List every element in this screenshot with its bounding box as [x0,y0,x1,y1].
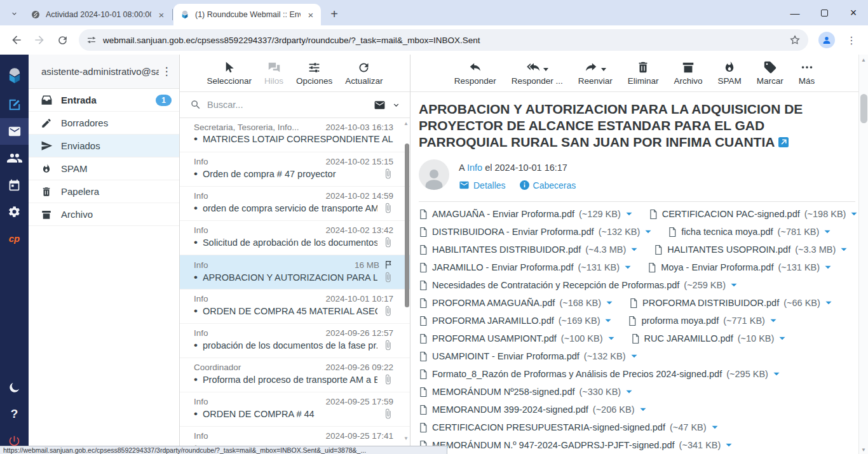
attachment-item[interactable]: MEMORANDUM 399-2024-signed.pdf (~206 KB) [419,404,646,415]
spam-button[interactable]: SPAM [718,60,742,86]
search-input[interactable] [207,100,368,110]
attachment-menu-caret[interactable] [626,389,632,395]
folder-item-archivo[interactable]: Archivo [29,203,179,226]
attachment-menu-caret[interactable] [731,282,737,288]
attachment-item[interactable]: AMAGUAÑA - Enviar Proforma.pdf (~129 KB) [419,209,632,220]
calendar-icon[interactable] [0,171,29,198]
scroll-down-icon[interactable]: ▼ [859,447,868,453]
message-row[interactable]: Info 2024-10-01 10:17 • ORDEN DE COMPRA … [180,290,410,324]
attachment-menu-caret[interactable] [631,246,637,253]
browser-tab-activity[interactable]: Actividad 2024-10-01 08:00:00 × [24,4,172,25]
threads-button[interactable]: Hilos [264,61,283,86]
refresh-button[interactable]: Actualizar [345,61,383,86]
attachment-item[interactable]: HABILITANTES DISTRIBUIDOR.pdf (~4.3 MB) [419,244,637,255]
message-row[interactable]: Info 2024-10-02 13:42 • Solicitud de apr… [180,221,410,255]
settings-gear-icon[interactable] [0,198,29,225]
folder-item-spam[interactable]: SPAM [29,157,179,180]
attachment-menu-caret[interactable] [631,353,637,359]
attachment-item[interactable]: RUC JARAMILLO.pdf (~10 KB) [631,333,786,344]
attachment-item[interactable]: JARAMILLO - Enviar Proforma.pdf (~131 KB… [419,262,631,273]
message-row[interactable]: Secretaria, Tesoreria, Info... 2024-10-0… [180,118,410,152]
scroll-up-icon[interactable]: ▲ [859,55,868,63]
forward-dropdown-caret[interactable] [601,68,606,71]
close-window-button[interactable]: × [839,0,868,25]
attachment-item[interactable]: Moya - Enviar Proforma.pdf (~131 KB) [648,262,831,273]
scrollbar-thumb[interactable] [860,94,867,123]
attachment-item[interactable]: ficha tecnica moya.pdf (~781 KB) [668,227,831,237]
headers-toggle[interactable]: Cabeceras [520,180,576,190]
cpanel-icon[interactable]: cp [0,225,29,251]
attachment-menu-caret[interactable] [625,264,631,270]
attachment-item[interactable]: DISTRIBUIDORA - Enviar Proforma.pdf (~13… [419,227,651,237]
folder-item-borradores[interactable]: Borradores [29,112,179,135]
recipient-link[interactable]: Info [467,163,482,173]
search-options-chevron-icon[interactable] [391,100,401,110]
forward-button[interactable] [29,30,50,50]
close-tab-icon[interactable]: × [306,10,316,20]
attachment-menu-caret[interactable] [851,211,857,217]
external-link-icon[interactable] [778,135,789,151]
folder-menu-kebab-icon[interactable]: ⋮ [159,65,174,78]
reply-all-dropdown-caret[interactable] [543,68,548,71]
mail-nav-icon[interactable] [0,118,29,145]
attachment-menu-caret[interactable] [640,406,646,413]
attachment-menu-caret[interactable] [825,264,831,270]
attachment-item[interactable]: PROFORMA DISTRIBUIDOR.pdf (~66 KB) [629,298,832,309]
folder-item-entrada[interactable]: Entrada 1 [29,89,179,112]
message-row[interactable]: Info 2024-09-25 17:59 • ORDEN DE COMPRA … [180,392,410,427]
attachment-menu-caret[interactable] [606,300,613,306]
compose-icon[interactable] [0,91,29,118]
back-button[interactable] [6,30,27,50]
list-scroll-up-icon[interactable]: ▲ [403,121,409,126]
attachment-menu-caret[interactable] [824,229,831,235]
attachment-item[interactable]: Formato_8_Razón de Proformas y Análisis … [419,369,780,380]
list-scrollbar-thumb[interactable] [405,144,409,307]
archive-button[interactable]: Archivo [674,60,703,86]
attachment-item[interactable]: HALITANTES USOPROIN.pdf (~3.3 MB) [654,244,847,255]
close-tab-icon[interactable]: × [156,10,166,20]
reply-all-button[interactable]: Responder ... [512,60,563,86]
bookmark-star-icon[interactable] [789,34,801,46]
message-row[interactable]: Info 16 MB • APROBACION Y AUTORIZACION P… [180,255,410,290]
minimize-button[interactable]: — [780,0,810,25]
main-scrollbar[interactable]: ▲ ▼ [858,55,868,454]
reply-button[interactable]: Responder [454,60,496,86]
attachment-item[interactable]: proforma moya.pdf (~771 KB) [628,316,776,326]
attachment-item[interactable]: PROFORMA USAMPIONT.pdf (~100 KB) [419,333,614,344]
address-bar[interactable]: webmail.sanjuan.gob.ec/cpsess8592294337/… [79,29,808,51]
attachment-menu-caret[interactable] [770,317,776,324]
message-row[interactable]: Info 2024-09-26 12:57 • probación de los… [180,324,410,358]
attachment-menu-caret[interactable] [841,246,847,253]
attachment-menu-caret[interactable] [605,317,611,324]
attachment-menu-caret[interactable] [726,442,732,448]
new-tab-button[interactable]: + [326,6,342,22]
browser-tab-roundcube[interactable]: (1) Roundcube Webmail :: Envia × [173,4,321,25]
attachment-item[interactable]: Necesidades de Contratación y Recepción … [419,280,737,291]
tab-strip-chevron-icon[interactable] [5,4,23,22]
mark-button[interactable]: Marcar [757,60,783,86]
message-row[interactable]: Info 2024-10-02 15:15 • Orden de compra … [180,152,410,187]
reload-button[interactable] [52,30,72,50]
forward-button[interactable]: Reenviar [578,60,613,86]
help-icon[interactable]: ? [0,401,29,427]
restore-button[interactable] [810,0,839,25]
profile-avatar[interactable] [818,32,835,48]
browser-menu-icon[interactable]: ⋮ [841,30,862,50]
attachment-menu-caret[interactable] [608,335,614,342]
attachment-item[interactable]: MEMORÁNDUM Nº258-signed.pdf (~330 KB) [419,387,632,397]
attachment-item[interactable]: USAMPIOINT - Enviar Proforma.pdf (~132 K… [419,351,637,362]
contacts-icon[interactable] [0,145,29,171]
folder-item-enviados[interactable]: Enviados [29,135,179,157]
delete-button[interactable]: Eliminar [628,60,659,86]
message-row[interactable]: Info 2024-10-02 14:59 • orden de compra … [180,187,410,221]
attachment-menu-caret[interactable] [825,300,832,306]
attachment-menu-caret[interactable] [773,371,780,377]
site-security-icon[interactable] [86,35,97,45]
list-scroll-down-icon[interactable]: ▼ [403,436,409,441]
details-toggle[interactable]: Detalles [459,180,506,190]
folder-item-papelera[interactable]: Papelera [29,180,179,203]
attachment-item[interactable]: PROFORMA AMAGUAÑA.pdf (~168 KB) [419,298,613,309]
attachment-menu-caret[interactable] [645,229,651,235]
attachment-item[interactable]: CERTIFICACION PAC-signed.pdf (~198 KB) [649,209,858,220]
attachment-menu-caret[interactable] [712,424,718,431]
